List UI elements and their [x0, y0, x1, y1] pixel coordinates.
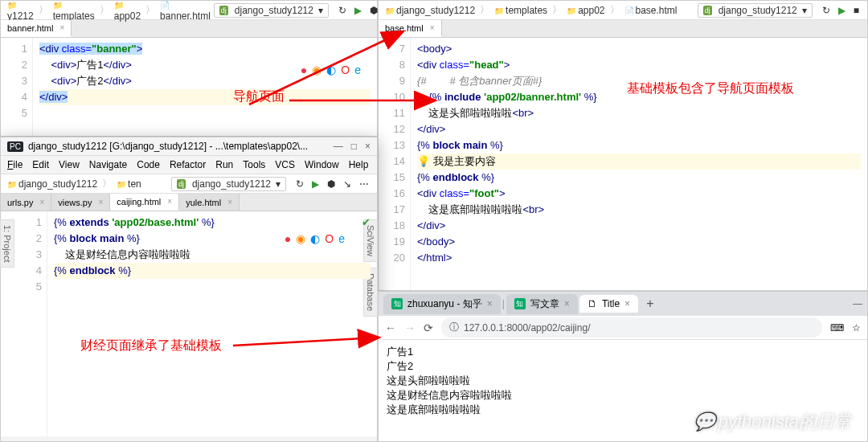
- crumb[interactable]: y1212: [6, 0, 35, 22]
- sync-icon[interactable]: ↻: [337, 5, 348, 16]
- tab-caijing[interactable]: caijing.html×: [110, 194, 179, 211]
- titlebar: PC django_study1212 [G:\django_study1212…: [1, 137, 377, 156]
- more-icon[interactable]: ⋯: [358, 178, 371, 190]
- zhihu-icon: 知: [514, 298, 526, 309]
- browser-tab[interactable]: 知写文章×: [506, 294, 578, 314]
- forward-button[interactable]: →: [404, 321, 416, 334]
- stop-icon[interactable]: ↘: [342, 178, 353, 190]
- menu-window[interactable]: Window: [305, 159, 339, 170]
- browser-tab-active[interactable]: 🗋Title×: [579, 295, 638, 313]
- chrome-icon[interactable]: ◉: [296, 231, 305, 247]
- firefox-icon[interactable]: ●: [285, 231, 291, 247]
- firefox-icon[interactable]: ●: [301, 62, 307, 78]
- ok-icon: ✔: [362, 215, 371, 231]
- tab-yule[interactable]: yule.html×: [179, 194, 240, 211]
- lightbulb-icon[interactable]: 💡: [417, 155, 430, 167]
- browser-preview-icons[interactable]: ●◉◐Oe: [301, 62, 361, 78]
- reload-button[interactable]: ⟳: [424, 321, 433, 334]
- menu-navigate[interactable]: Navigate: [89, 159, 127, 170]
- maximize-icon[interactable]: □: [351, 141, 357, 152]
- zhihu-icon: 知: [391, 298, 403, 309]
- run-config-combo[interactable]: djdjango_study1212 ▾: [214, 3, 329, 18]
- editor-tabs: base.html×: [379, 20, 867, 38]
- window-minimize-icon[interactable]: —: [853, 298, 862, 309]
- crumb[interactable]: base.html: [623, 5, 679, 16]
- ide-popup-window: PC django_study1212 [G:\django_study1212…: [0, 137, 378, 442]
- page-icon: 🗋: [588, 298, 597, 309]
- gutter: 12345: [15, 211, 47, 436]
- opera-icon[interactable]: O: [341, 62, 350, 78]
- tab-urls[interactable]: urls.py×: [1, 194, 51, 211]
- tab-base-html[interactable]: base.html×: [379, 20, 442, 37]
- browser-tab[interactable]: 知zhuxuanyu - 知乎×: [383, 294, 501, 314]
- code-area[interactable]: ●◉◐Oe <div class="banner"> <div>广告1</div…: [33, 38, 377, 136]
- code-editor[interactable]: 7891011121314151617181920 <body> <div cl…: [379, 38, 867, 290]
- tab-banner-html[interactable]: banner.html×: [1, 20, 72, 37]
- window-title: django_study1212 [G:\django_study1212] -…: [28, 141, 308, 152]
- pycharm-icon: PC: [7, 141, 23, 152]
- chrome-icon[interactable]: ◉: [312, 62, 321, 78]
- watermark: 💬pythonista的日常: [694, 410, 852, 434]
- code-editor[interactable]: 1: Project SciView Database 12345 ✔ ●◉◐O…: [1, 211, 377, 436]
- crumb[interactable]: app02: [113, 0, 142, 22]
- crumb[interactable]: templates: [51, 0, 96, 22]
- stop-icon[interactable]: ■: [852, 5, 861, 16]
- menu-tools[interactable]: Tools: [243, 159, 265, 170]
- crumb[interactable]: ten: [115, 178, 143, 190]
- address-bar[interactable]: ⓘ127.0.0.1:8000/app02/caijing/: [441, 317, 822, 338]
- close-icon[interactable]: ×: [564, 298, 570, 309]
- browser-preview-icons[interactable]: ●◉◐Oe: [285, 231, 345, 247]
- gutter: 7891011121314151617181920: [379, 38, 411, 290]
- menu-refactor[interactable]: Refactor: [170, 159, 206, 170]
- edge-icon[interactable]: e: [354, 62, 361, 78]
- opera-icon[interactable]: O: [325, 231, 334, 247]
- ie-icon[interactable]: ◐: [326, 62, 336, 78]
- close-icon[interactable]: ×: [624, 298, 630, 309]
- sidebar-project[interactable]: 1: Project: [0, 219, 14, 268]
- close-icon[interactable]: ×: [430, 23, 435, 32]
- menu-file[interactable]: FFileile: [7, 159, 23, 170]
- minimize-icon[interactable]: —: [334, 141, 343, 152]
- run-config-combo[interactable]: djdjango_study1212 ▾: [698, 3, 813, 18]
- translate-icon[interactable]: ⌨: [830, 322, 844, 334]
- menu-code[interactable]: Code: [137, 159, 160, 170]
- tab-views[interactable]: views.py×: [51, 194, 110, 211]
- crumb[interactable]: django_study1212: [6, 178, 99, 190]
- code-area[interactable]: <body> <div class="head"> {# # 包含banner页…: [411, 38, 867, 290]
- edge-icon[interactable]: e: [338, 231, 345, 247]
- code-area[interactable]: ✔ ●◉◐Oe {% extends 'app02/base.html' %} …: [47, 211, 377, 436]
- editor-tabs: banner.html×: [1, 20, 377, 38]
- close-icon[interactable]: ×: [59, 23, 64, 32]
- run-config-combo[interactable]: djdjango_study1212 ▾: [171, 177, 286, 191]
- menu-view[interactable]: View: [59, 159, 80, 170]
- page-text: 广告1: [387, 345, 859, 359]
- wechat-icon: 💬: [694, 411, 715, 432]
- run-icon[interactable]: ▶: [837, 5, 847, 16]
- sync-icon[interactable]: ↻: [294, 178, 305, 190]
- run-icon[interactable]: ▶: [353, 5, 363, 16]
- ie-icon[interactable]: ◐: [310, 231, 320, 247]
- menubar: FFileile Edit View Navigate Code Refacto…: [1, 156, 377, 174]
- menu-run[interactable]: Run: [215, 159, 233, 170]
- code-editor[interactable]: 12345 ●◉◐Oe <div class="banner"> <div>广告…: [1, 38, 377, 136]
- run-icon[interactable]: ▶: [310, 178, 321, 190]
- crumb[interactable]: app02: [565, 5, 606, 16]
- menu-help[interactable]: Help: [349, 159, 369, 170]
- menu-edit[interactable]: Edit: [32, 159, 49, 170]
- back-button[interactable]: ←: [385, 321, 396, 334]
- menu-vcs[interactable]: VCS: [275, 159, 295, 170]
- debug-icon[interactable]: ⬢: [326, 178, 337, 190]
- breadcrumb: django_study1212〉 ten djdjango_study1212…: [1, 174, 377, 194]
- crumb[interactable]: django_study1212: [383, 5, 477, 16]
- breadcrumb: y1212〉 templates〉 app02〉 banner.html djd…: [1, 1, 377, 20]
- breadcrumb: django_study1212〉 templates〉 app02〉 base…: [379, 1, 867, 20]
- bookmark-icon[interactable]: ☆: [852, 322, 861, 334]
- page-text: 这是财经信息内容啦啦啦啦: [387, 388, 859, 403]
- sync-icon[interactable]: ↻: [821, 5, 832, 16]
- close-icon[interactable]: ×: [487, 298, 493, 309]
- crumb[interactable]: templates: [493, 5, 549, 16]
- crumb[interactable]: banner.html: [158, 0, 212, 22]
- close-icon[interactable]: ×: [365, 141, 371, 152]
- info-icon[interactable]: ⓘ: [449, 321, 459, 334]
- new-tab-button[interactable]: +: [640, 297, 660, 311]
